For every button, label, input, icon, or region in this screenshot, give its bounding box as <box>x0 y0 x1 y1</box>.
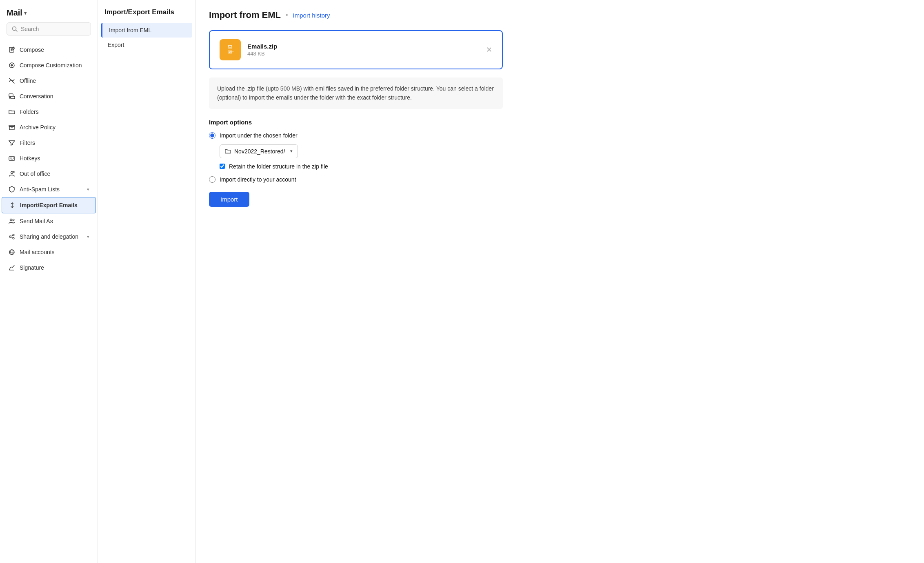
retain-folder-structure-label[interactable]: Retain the folder structure in the zip f… <box>229 163 328 170</box>
hotkeys-icon <box>8 155 16 162</box>
page-title: Import from EML <box>209 10 281 20</box>
sidebar-label-send-mail-as: Send Mail As <box>20 218 53 224</box>
sidebar-item-filters[interactable]: Filters <box>2 135 96 151</box>
info-text: Upload the .zip file (upto 500 MB) with … <box>217 85 494 101</box>
app-title[interactable]: Mail ▾ <box>7 8 91 18</box>
sidebar-label-archive-policy: Archive Policy <box>20 124 56 131</box>
sidebar-label-signature: Signature <box>20 264 44 271</box>
sidebar-item-signature[interactable]: Signature <box>2 260 96 275</box>
sharing-icon <box>8 233 16 240</box>
option-import-directly-radio[interactable] <box>209 176 215 183</box>
sidebar-label-compose: Compose <box>20 47 44 53</box>
sidebar-label-compose-customization: Compose Customization <box>20 62 82 69</box>
svg-rect-40 <box>228 47 232 49</box>
file-name: Emails.zip <box>247 43 480 50</box>
sidebar-item-archive-policy[interactable]: Archive Policy <box>2 120 96 135</box>
svg-point-30 <box>13 237 14 239</box>
file-size: 448 KB <box>247 51 480 57</box>
option-import-directly-row: Import directly to your account <box>209 176 911 183</box>
file-remove-button[interactable]: ✕ <box>486 45 492 54</box>
import-button[interactable]: Import <box>209 192 249 207</box>
main-header: Import from EML • Import history <box>209 10 911 20</box>
sidebar-item-mail-accounts[interactable]: Mail accounts <box>2 244 96 260</box>
sharing-chevron: ▾ <box>87 234 89 239</box>
svg-rect-17 <box>10 158 11 159</box>
sidebar-item-folders[interactable]: Folders <box>2 104 96 120</box>
svg-text:ZIP: ZIP <box>229 51 233 53</box>
svg-point-29 <box>13 234 14 236</box>
folder-selector[interactable]: Nov2022_Restored/ ▾ <box>220 144 298 158</box>
conversation-icon <box>8 93 16 100</box>
folder-value: Nov2022_Restored/ <box>234 148 285 155</box>
svg-rect-39 <box>229 46 231 47</box>
signature-icon <box>8 264 16 271</box>
file-zip-icon: ZIP <box>220 39 241 60</box>
archive-icon <box>8 124 16 131</box>
sidebar-label-conversation: Conversation <box>20 93 53 100</box>
sidebar-item-out-of-office[interactable]: Out of office <box>2 166 96 182</box>
file-info: Emails.zip 448 KB <box>247 43 480 57</box>
sidebar-item-hotkeys[interactable]: Hotkeys <box>2 151 96 166</box>
option-import-under-folder-row: Import under the chosen folder <box>209 132 911 139</box>
sidebar-label-import-export: Import/Export Emails <box>20 202 78 208</box>
sidebar-item-compose[interactable]: Compose <box>2 42 96 58</box>
sidebar-item-anti-spam[interactable]: Anti-Spam Lists ▾ <box>2 182 96 197</box>
retain-folder-structure-row: Retain the folder structure in the zip f… <box>220 163 911 170</box>
sidebar: Mail ▾ Compose Compose Customization <box>0 0 98 563</box>
mail-accounts-icon <box>8 248 16 256</box>
svg-rect-19 <box>13 158 14 159</box>
file-drop-area[interactable]: ZIP Emails.zip 448 KB ✕ <box>209 30 503 69</box>
send-mail-as-icon <box>8 217 16 225</box>
sidebar-label-out-of-office: Out of office <box>20 171 50 177</box>
offline-icon <box>8 77 16 84</box>
svg-point-26 <box>10 219 12 221</box>
customization-icon <box>8 62 16 69</box>
import-options-title: Import options <box>209 119 911 126</box>
option-import-under-folder-label[interactable]: Import under the chosen folder <box>220 132 298 139</box>
svg-point-27 <box>13 219 14 221</box>
info-box: Upload the .zip file (upto 500 MB) with … <box>209 78 503 109</box>
import-options-section: Import options Import under the chosen f… <box>209 119 911 207</box>
anti-spam-chevron: ▾ <box>87 187 89 192</box>
sidebar-item-sharing[interactable]: Sharing and delegation ▾ <box>2 229 96 244</box>
anti-spam-icon <box>8 186 16 193</box>
option-import-directly-label[interactable]: Import directly to your account <box>220 176 296 183</box>
sidebar-item-compose-customization[interactable]: Compose Customization <box>2 58 96 73</box>
svg-point-28 <box>9 236 11 237</box>
search-icon <box>12 26 18 32</box>
sidebar-label-filters: Filters <box>20 140 35 146</box>
sidebar-item-conversation[interactable]: Conversation <box>2 89 96 104</box>
retain-folder-structure-checkbox[interactable] <box>220 164 225 169</box>
mid-item-export[interactable]: Export <box>101 38 192 52</box>
app-title-text: Mail <box>7 8 22 18</box>
mid-panel-title: Import/Export Emails <box>98 8 195 23</box>
sidebar-label-mail-accounts: Mail accounts <box>20 249 55 255</box>
svg-rect-41 <box>229 49 231 50</box>
search-box[interactable] <box>7 22 91 35</box>
compose-icon <box>8 46 16 53</box>
option-import-under-folder-radio[interactable] <box>209 132 215 139</box>
sidebar-label-offline: Offline <box>20 78 36 84</box>
sidebar-label-hotkeys: Hotkeys <box>20 155 40 162</box>
sidebar-label-sharing: Sharing and delegation <box>20 233 78 240</box>
svg-rect-18 <box>11 158 12 159</box>
svg-line-32 <box>11 237 13 238</box>
import-history-link[interactable]: Import history <box>293 12 330 19</box>
svg-point-21 <box>11 172 13 174</box>
sidebar-label-folders: Folders <box>20 109 39 115</box>
sidebar-header: Mail ▾ <box>0 7 98 42</box>
sidebar-item-import-export[interactable]: Import/Export Emails <box>2 197 96 213</box>
svg-rect-12 <box>11 96 15 99</box>
folder-icon <box>225 149 231 154</box>
svg-rect-14 <box>9 126 14 130</box>
import-export-icon <box>9 202 16 209</box>
sidebar-item-offline[interactable]: Offline <box>2 73 96 89</box>
folders-icon <box>8 108 16 115</box>
svg-line-1 <box>16 30 18 32</box>
search-input[interactable] <box>21 26 86 32</box>
main-content: Import from EML • Import history ZIP Ema… <box>196 0 924 563</box>
sidebar-item-send-mail-as[interactable]: Send Mail As <box>2 213 96 229</box>
sidebar-label-anti-spam: Anti-Spam Lists <box>20 186 60 193</box>
mid-item-import-from-eml[interactable]: Import from EML <box>101 23 192 38</box>
out-of-office-icon <box>8 170 16 177</box>
